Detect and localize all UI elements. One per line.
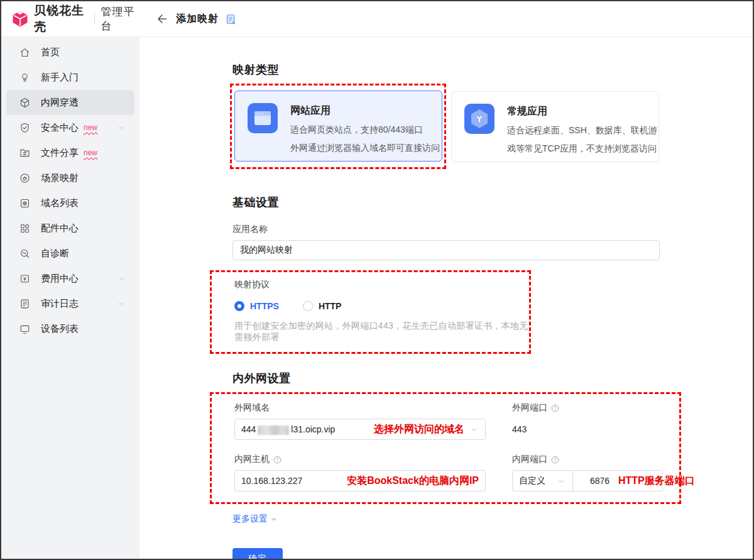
internal-port-label-row: 内网端口 bbox=[512, 454, 560, 465]
internal-port-input[interactable]: 6876 HTTP服务器端口 bbox=[573, 470, 663, 491]
external-port-label-row: 外网端口 bbox=[512, 402, 560, 414]
protocol-label: 映射协议 bbox=[234, 279, 529, 290]
basic-settings-heading: 基础设置 bbox=[232, 195, 753, 210]
device-icon bbox=[19, 323, 31, 335]
external-domain-select[interactable]: 444l31.oicp.vip 选择外网访问的域名 bbox=[234, 419, 486, 440]
port-annotation: HTTP服务器端口 bbox=[618, 475, 695, 488]
sidebar-item-home[interactable]: 首页 bbox=[6, 40, 134, 65]
radio-https-label[interactable]: HTTPS bbox=[250, 301, 279, 311]
domain-suffix: l31.oicp.vip bbox=[291, 424, 335, 434]
sidebar-item-security-center[interactable]: 安全中心 new bbox=[6, 115, 134, 140]
card-title: 网站应用 bbox=[290, 104, 440, 118]
app-name-label: 应用名称 bbox=[232, 224, 753, 235]
billing-icon bbox=[19, 273, 31, 285]
chevron-down-icon bbox=[270, 515, 278, 524]
sidebar-item-intranet-penetration[interactable]: 内网穿透 bbox=[6, 90, 134, 115]
sidebar-item-domain-list[interactable]: 域名列表 bbox=[6, 190, 134, 216]
redacted-text bbox=[258, 425, 289, 435]
external-domain-label: 外网域名 bbox=[234, 402, 486, 414]
accessories-icon bbox=[19, 222, 31, 234]
internal-port-mode-select[interactable]: 自定义 bbox=[512, 470, 573, 491]
card-title: 常规应用 bbox=[507, 105, 657, 118]
chevron-down-icon[interactable] bbox=[117, 123, 126, 132]
audit-icon bbox=[19, 298, 31, 310]
question-circle-icon[interactable] bbox=[550, 455, 560, 464]
chevron-down-icon[interactable] bbox=[117, 274, 126, 283]
sidebar-item-label: 文件分享 bbox=[41, 147, 79, 159]
network-settings-heading: 内外网设置 bbox=[232, 371, 753, 386]
sidebar-item-label: 安全中心 bbox=[41, 122, 79, 134]
card-website-app[interactable]: 网站应用 适合网页类站点，支持80/443端口 外网通过浏览器输入域名即可直接访… bbox=[234, 91, 442, 162]
new-badge: new bbox=[84, 123, 97, 132]
internal-port-group: 自定义 6876 HTTP服务器端口 bbox=[512, 470, 663, 491]
card-description: 适合远程桌面、SSH、数据库、联机游 戏等常见TCP应用，不支持浏览器访问 bbox=[507, 121, 657, 158]
home-icon bbox=[19, 47, 31, 58]
confirm-button[interactable]: 确定 bbox=[232, 548, 283, 559]
sidebar-item-label: 内网穿透 bbox=[41, 97, 79, 109]
bulb-icon bbox=[19, 72, 31, 84]
main-panel: 映射类型 网站应用 适合网页类站点，支持80/443端口 外网通过浏览器输入域名… bbox=[139, 38, 753, 559]
tutorial-highlight-box-network: 外网域名 外网端口 444l31.oicp.vip 选择外网访问的域名 443 bbox=[210, 392, 681, 504]
sidebar-item-billing-center[interactable]: 费用中心 bbox=[6, 266, 134, 291]
tutorial-highlight-box-mapping-type: 网站应用 适合网页类站点，支持80/443端口 外网通过浏览器输入域名即可直接访… bbox=[230, 84, 446, 169]
sidebar-item-label: 自诊断 bbox=[41, 248, 69, 260]
radio-http[interactable] bbox=[303, 301, 313, 311]
help-doc-icon[interactable] bbox=[225, 13, 237, 25]
sidebar-item-getting-started[interactable]: 新手入门 bbox=[6, 65, 134, 90]
brand-logo-icon bbox=[11, 10, 29, 28]
app-window: 贝锐花生壳 管理平台 添加映射 首页 新手入门 内网穿透 安全中心 new bbox=[0, 0, 754, 560]
radio-http-label[interactable]: HTTP bbox=[319, 301, 342, 311]
port-mode-value: 自定义 bbox=[519, 475, 545, 486]
page-head: 添加映射 bbox=[155, 12, 237, 26]
y-glyph bbox=[474, 113, 485, 124]
domain-icon bbox=[19, 197, 31, 209]
sidebar-item-label: 审计日志 bbox=[41, 298, 79, 310]
radio-https[interactable] bbox=[234, 301, 244, 311]
sidebar-item-accessories-center[interactable]: 配件中心 bbox=[6, 216, 134, 241]
brand-name: 贝锐花生壳 bbox=[34, 3, 88, 35]
sidebar-item-label: 配件中心 bbox=[41, 222, 79, 234]
chevron-down-icon[interactable] bbox=[117, 299, 126, 308]
sidebar-item-audit-log[interactable]: 审计日志 bbox=[6, 291, 134, 316]
sidebar-item-label: 新手入门 bbox=[41, 72, 79, 84]
sidebar-item-device-list[interactable]: 设备列表 bbox=[6, 316, 134, 341]
card-description: 适合网页类站点，支持80/443端口 外网通过浏览器输入域名即可直接访问 bbox=[290, 121, 440, 157]
brand-suffix: 管理平台 bbox=[101, 4, 139, 33]
chevron-down-icon bbox=[469, 425, 479, 434]
sidebar: 首页 新手入门 内网穿透 安全中心 new 文件分享 new 场景映射 域名列表 bbox=[1, 37, 139, 559]
question-circle-icon[interactable] bbox=[550, 404, 560, 413]
tutorial-highlight-box-protocol: 映射协议 HTTPS HTTP 用于创建安全加密的网站，外网端口443，花生壳已… bbox=[210, 270, 531, 354]
cube-icon bbox=[19, 97, 31, 109]
sidebar-item-self-diagnosis[interactable]: 自诊断 bbox=[6, 241, 134, 266]
sidebar-item-file-share[interactable]: 文件分享 new bbox=[6, 140, 134, 165]
back-icon[interactable] bbox=[155, 12, 168, 26]
protocol-hint: 用于创建安全加密的网站，外网端口443，花生壳已自动部署证书，本地无需额外部署 bbox=[234, 321, 529, 343]
external-port-value: 443 bbox=[512, 419, 527, 440]
page-title: 添加映射 bbox=[176, 13, 219, 26]
scene-icon bbox=[19, 172, 31, 184]
domain-prefix: 444 bbox=[241, 424, 256, 434]
more-settings-link[interactable]: 更多设置 bbox=[232, 513, 278, 525]
diagnose-icon bbox=[19, 248, 31, 260]
brand-divider bbox=[94, 13, 95, 25]
internal-host-label-row: 内网主机 bbox=[234, 454, 486, 465]
mapping-type-heading: 映射类型 bbox=[232, 62, 753, 77]
sidebar-item-label: 域名列表 bbox=[41, 197, 79, 209]
card-regular-app[interactable]: 常规应用 适合远程桌面、SSH、数据库、联机游 戏等常见TCP应用，不支持浏览器… bbox=[451, 91, 659, 162]
internal-host-value: 10.168.123.227 bbox=[241, 476, 302, 486]
domain-annotation: 选择外网访问的域名 bbox=[374, 423, 464, 436]
sidebar-item-label: 首页 bbox=[41, 47, 60, 58]
internal-port-value: 6876 bbox=[590, 476, 609, 486]
logo-area: 贝锐花生壳 管理平台 bbox=[1, 1, 139, 36]
file-share-icon bbox=[19, 147, 31, 159]
sidebar-item-label: 设备列表 bbox=[41, 323, 79, 335]
internal-host-input[interactable]: 10.168.123.227 安装BookStack的电脑内网IP bbox=[234, 470, 486, 491]
question-circle-icon[interactable] bbox=[273, 455, 282, 464]
chevron-down-icon bbox=[557, 476, 566, 486]
new-badge: new bbox=[84, 148, 97, 157]
sidebar-item-label: 费用中心 bbox=[41, 273, 79, 285]
sidebar-item-scene-mapping[interactable]: 场景映射 bbox=[6, 165, 134, 190]
topbar: 贝锐花生壳 管理平台 添加映射 bbox=[1, 1, 753, 37]
mapping-type-cards: 网站应用 适合网页类站点，支持80/443端口 外网通过浏览器输入域名即可直接访… bbox=[232, 84, 753, 169]
app-name-input[interactable] bbox=[232, 240, 660, 260]
